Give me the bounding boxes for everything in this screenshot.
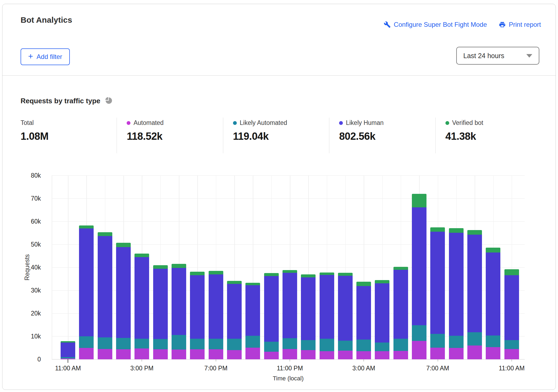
stat-likely-human-value: 802.56k	[339, 131, 435, 142]
segment-likely-automated	[375, 343, 389, 351]
segment-automated	[412, 341, 426, 359]
segment-likely-automated	[301, 340, 316, 350]
stacked-bar-5:00 PM[interactable]	[172, 264, 186, 359]
stacked-bar-3:00 AM[interactable]	[356, 282, 371, 359]
stacked-bar-1:00 AM[interactable]	[320, 273, 334, 359]
page-title: Bot Analytics	[21, 15, 72, 25]
segment-likely-human	[430, 232, 445, 334]
segment-verified-bot	[116, 243, 131, 247]
stacked-bar-5:00 AM[interactable]	[393, 267, 408, 359]
segment-likely-automated	[393, 339, 408, 351]
stacked-bar-6:00 PM[interactable]	[190, 272, 205, 359]
stacked-bar-4:00 PM[interactable]	[153, 265, 168, 359]
segment-automated	[430, 348, 445, 359]
x-tick-label: 11:00 PM	[277, 365, 303, 372]
stacked-bar-11:00 PM[interactable]	[283, 270, 297, 359]
segment-automated	[227, 350, 242, 359]
x-tick-mark	[511, 359, 512, 361]
segment-likely-automated	[283, 338, 297, 349]
stacked-bar-10:00 PM[interactable]	[264, 273, 279, 359]
stat-likely-human: Likely Human 802.56k	[329, 118, 435, 153]
segment-likely-human	[153, 269, 168, 339]
segment-likely-automated	[449, 336, 464, 348]
segment-verified-bot	[227, 281, 242, 284]
bot-analytics-card: Bot Analytics Configure Super Bot Fight …	[2, 4, 556, 390]
segment-verified-bot	[375, 280, 389, 283]
x-tick-mark	[216, 359, 216, 361]
automated-dot	[127, 121, 130, 125]
print-report-link[interactable]: Print report	[499, 21, 541, 28]
bar-slot	[170, 175, 188, 359]
segment-verified-bot	[504, 269, 519, 275]
segment-automated	[504, 349, 519, 359]
chevron-down-icon	[526, 54, 532, 58]
y-tick-label: 80k	[31, 172, 41, 179]
x-tick-label: 11:00 AM	[499, 365, 524, 372]
stacked-bar-2:00 AM[interactable]	[338, 273, 353, 359]
stacked-bar-10:00 AM[interactable]	[486, 248, 500, 359]
add-filter-button[interactable]: + Add filter	[21, 48, 70, 65]
x-tick-label: 11:00 AM	[55, 365, 81, 372]
printer-icon	[499, 21, 506, 28]
stacked-bar-7:00 AM[interactable]	[430, 227, 445, 359]
segment-automated	[320, 351, 334, 359]
segment-automated	[338, 351, 353, 359]
x-tick-label: 7:00 PM	[204, 365, 228, 372]
segment-likely-human	[356, 286, 371, 340]
segment-likely-automated	[338, 341, 353, 351]
stacked-bar-2:00 PM[interactable]	[116, 243, 131, 359]
segment-likely-automated	[134, 339, 149, 349]
segment-automated	[209, 349, 223, 359]
segment-verified-bot	[134, 254, 149, 257]
segment-verified-bot	[264, 273, 279, 276]
segment-likely-automated	[245, 336, 260, 347]
stacked-bar-8:00 AM[interactable]	[449, 228, 464, 359]
stacked-bar-7:00 PM[interactable]	[209, 271, 223, 359]
y-tick-label: 60k	[31, 218, 41, 225]
segment-automated	[264, 352, 279, 359]
stacked-bar-8:00 PM[interactable]	[227, 281, 242, 359]
configure-super-bot-fight-mode-link[interactable]: Configure Super Bot Fight Mode	[384, 21, 487, 28]
stacked-bar-11:00 AM[interactable]	[61, 341, 75, 359]
bar-slot	[503, 175, 521, 359]
stat-automated-value: 118.52k	[127, 131, 223, 142]
stacked-bar-9:00 AM[interactable]	[467, 230, 482, 359]
time-range-select[interactable]: Last 24 hours	[456, 47, 539, 65]
bar-slot	[317, 175, 336, 359]
bar-slot	[188, 175, 206, 359]
segment-verified-bot	[356, 282, 371, 286]
bar-slot	[96, 175, 114, 359]
add-filter-label: Add filter	[37, 53, 62, 61]
segment-verified-bot	[172, 264, 186, 268]
bar-slot	[244, 175, 262, 359]
segment-likely-automated	[209, 339, 223, 349]
bar-slot	[114, 175, 133, 359]
bar-slot	[133, 175, 151, 359]
segment-likely-human	[79, 228, 94, 336]
stacked-bar-12:00 PM[interactable]	[79, 225, 94, 359]
stacked-bar-6:00 AM[interactable]	[412, 194, 426, 359]
stacked-bar-12:00 AM[interactable]	[301, 274, 316, 359]
stacked-bar-3:00 PM[interactable]	[134, 254, 149, 359]
segment-automated	[61, 358, 75, 359]
bar-slot	[59, 175, 77, 359]
stacked-bar-1:00 PM[interactable]	[98, 232, 112, 359]
segment-verified-bot	[449, 228, 464, 233]
segment-likely-human	[504, 275, 519, 340]
bar-slot	[299, 175, 317, 359]
y-axis-title: Requests	[24, 254, 31, 280]
stat-automated: Automated 118.52k	[117, 118, 223, 153]
segment-likely-automated	[227, 339, 242, 350]
stacked-bar-11:00 AM[interactable]	[504, 269, 519, 359]
stacked-bar-9:00 PM[interactable]	[245, 283, 260, 359]
segment-verified-bot	[301, 274, 316, 277]
segment-likely-human	[301, 277, 316, 340]
stacked-bar-4:00 AM[interactable]	[375, 280, 389, 359]
segment-verified-bot	[209, 271, 223, 275]
y-tick-label: 70k	[31, 195, 41, 202]
stat-likely-human-label: Likely Human	[346, 119, 383, 127]
segment-likely-human	[172, 268, 186, 335]
stat-verified-bot-value: 41.38k	[445, 131, 541, 142]
bar-slot	[207, 175, 225, 359]
bar-slot	[151, 175, 170, 359]
